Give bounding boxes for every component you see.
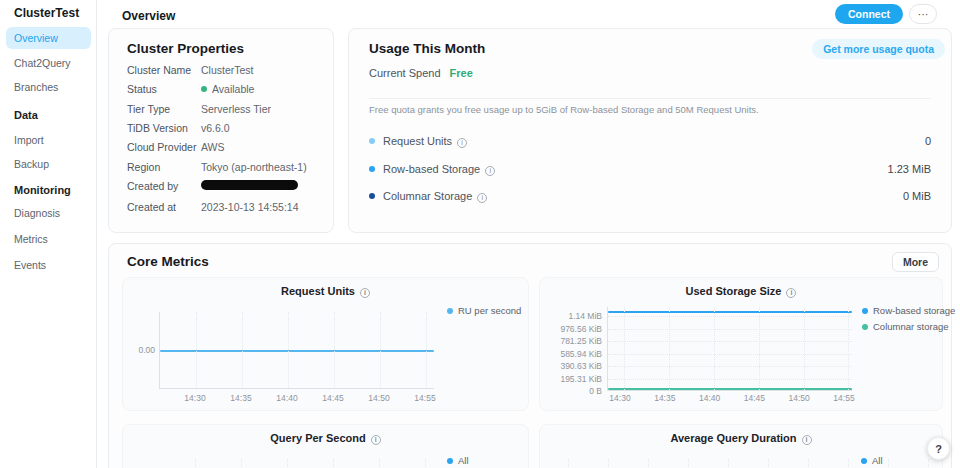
tick-label: 390.63 KiB (540, 361, 602, 371)
tick-label: 14:35 (645, 393, 685, 403)
chart-legend: Row-based storage Columnar storage (862, 305, 955, 337)
gridline-horizontal (608, 329, 852, 330)
legend-item-ru-per-second[interactable]: RU per second (447, 305, 521, 316)
sidebar-section-data: Data (14, 109, 38, 121)
free-quota-note: Free quota grants you free usage up to 5… (369, 104, 759, 115)
info-icon[interactable] (477, 193, 487, 203)
gridline-vertical (333, 459, 334, 468)
property-row-tier-type: Tier Type Serverless Tier (127, 103, 323, 116)
gridline-horizontal (608, 366, 852, 367)
tick-label: 14:50 (779, 393, 819, 403)
get-more-usage-quota-link[interactable]: Get more usage quota (812, 39, 945, 59)
gridline-vertical (808, 459, 809, 468)
tick-label: 14:55 (405, 393, 445, 403)
tick-label: 14:50 (359, 393, 399, 403)
property-row-created-by: Created by (127, 180, 323, 193)
info-icon[interactable] (485, 166, 495, 176)
sidebar-item-chat2query[interactable]: Chat2Query (14, 57, 71, 69)
gridline-vertical (196, 312, 197, 388)
gridline-vertical (848, 307, 849, 390)
chart-legend: RU per second (447, 305, 521, 321)
current-spend-row: Current SpendFree (369, 67, 473, 79)
tick-label: 585.94 KiB (540, 349, 602, 359)
legend-dot (862, 308, 868, 314)
gridline-vertical (804, 307, 805, 390)
tick-label: 195.31 KiB (540, 374, 602, 384)
status-badge: Available (212, 83, 254, 95)
gridline-vertical (688, 459, 689, 468)
gridline-horizontal (608, 379, 852, 380)
sidebar-item-branches[interactable]: Branches (14, 81, 58, 93)
chart-title: Average Query Duration (670, 432, 796, 444)
tick-label: 781.25 KiB (540, 336, 602, 346)
tick-label: 14:45 (313, 393, 353, 403)
tick-label: 1.14 MiB (540, 311, 602, 321)
plot-area (552, 459, 934, 468)
gridline-horizontal (608, 354, 852, 355)
chart-title: Used Storage Size (686, 285, 782, 297)
property-row-cloud-provider: Cloud Provider AWS (127, 141, 323, 154)
sidebar-item-metrics[interactable]: Metrics (14, 233, 48, 245)
chart-request-units: Request Units RU per second 0.00 14:3014… (122, 277, 529, 411)
gridline-vertical (426, 312, 427, 388)
gridline-vertical (759, 307, 760, 390)
gridline-vertical (195, 459, 196, 468)
redacted-value-bar (201, 180, 298, 190)
sidebar: ClusterTest Overview Chat2Query Branches… (0, 0, 97, 468)
legend-item-row-based-storage[interactable]: Row-based storage (862, 305, 955, 316)
gridline-vertical (608, 459, 609, 468)
plot-area (159, 312, 434, 389)
gridline-vertical (380, 312, 381, 388)
property-row-status: Status Available (127, 83, 323, 96)
chart-title: Query Per Second (270, 432, 365, 444)
legend-item-all[interactable]: All (447, 455, 469, 466)
info-icon[interactable] (457, 138, 467, 148)
info-icon[interactable] (802, 435, 812, 445)
tick-label: 14:55 (824, 393, 864, 403)
info-icon[interactable] (786, 288, 796, 298)
tick-label: 976.56 KiB (540, 324, 602, 334)
gridline-vertical (242, 312, 243, 388)
legend-item-columnar-storage[interactable]: Columnar storage (862, 321, 955, 332)
tick-label: 0 B (540, 386, 602, 396)
sidebar-item-backup[interactable]: Backup (14, 158, 49, 170)
sidebar-item-diagnosis[interactable]: Diagnosis (14, 207, 60, 219)
gridline-vertical (241, 459, 242, 468)
more-button[interactable]: More (892, 252, 939, 272)
gridline-vertical (768, 459, 769, 468)
request-units-dot (369, 138, 375, 144)
sidebar-item-import[interactable]: Import (14, 134, 44, 146)
tick-label: 14:30 (175, 393, 215, 403)
app-root: ClusterTest Overview Chat2Query Branches… (0, 0, 960, 468)
gridline-vertical (928, 459, 929, 468)
y-axis-label: 0.00 (127, 345, 155, 355)
tick-label: 14:40 (690, 393, 730, 403)
plot-area (159, 459, 434, 468)
core-metrics-card: Core Metrics More Request Units RU per s… (108, 243, 952, 468)
usage-row-request-units: Request Units 0 (369, 135, 931, 148)
usage-title: Usage This Month (369, 41, 485, 56)
series-line-row-based (608, 311, 852, 313)
info-icon[interactable] (360, 288, 370, 298)
tick-label: 14:35 (221, 393, 261, 403)
divider (369, 98, 931, 99)
y-axis-ticks: 1.14 MiB976.56 KiB781.25 KiB585.94 KiB39… (540, 311, 602, 396)
connect-button[interactable]: Connect (835, 4, 903, 24)
sidebar-item-events[interactable]: Events (14, 259, 46, 271)
gridline-vertical (714, 307, 715, 390)
help-button[interactable]: ? (927, 437, 950, 460)
sidebar-item-overview[interactable]: Overview (6, 27, 91, 49)
chart-query-per-second: Query Per Second All (122, 424, 529, 468)
gridline-horizontal (608, 341, 852, 342)
core-metrics-title: Core Metrics (127, 254, 209, 269)
series-line-ru (160, 350, 434, 352)
chart-used-storage-size: Used Storage Size Row-based storage Colu… (539, 277, 943, 411)
row-based-storage-value: 1.23 MiB (888, 163, 931, 175)
info-icon[interactable] (371, 435, 381, 445)
tick-label: 14:40 (267, 393, 307, 403)
more-actions-button[interactable]: ··· (909, 4, 937, 24)
cluster-name-title: ClusterTest (14, 6, 79, 20)
tick-label: 14:45 (734, 393, 774, 403)
tick-label: 14:30 (600, 393, 640, 403)
gridline-vertical (848, 459, 849, 468)
